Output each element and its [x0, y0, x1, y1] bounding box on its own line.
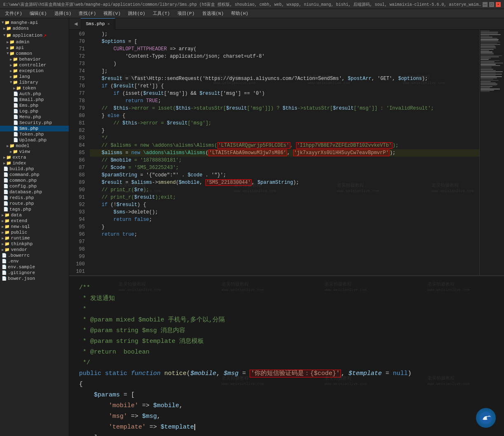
arrow-icon: ▶	[2, 225, 4, 229]
sidebar-item-bower-json[interactable]: 📄 bower.json	[0, 276, 69, 281]
minimap-line	[481, 66, 492, 67]
sidebar-item-common-php[interactable]: 📄 common.php	[0, 178, 69, 183]
code-editor-top[interactable]: 老吴拍摄教程www.weixianlive.com 老吴拍摄教程www.weix…	[69, 30, 504, 275]
sidebar-item-admin[interactable]: ▶ 📁 admin	[0, 39, 69, 45]
folder-icon: 📁	[5, 218, 9, 223]
php-file-icon: 📄	[3, 195, 8, 200]
sidebar-toggle-button[interactable]: ◀	[71, 19, 81, 29]
arrow-icon: ▶	[2, 230, 4, 235]
sidebar-item-runtime[interactable]: ▶ 📁 runtime	[0, 235, 69, 241]
sidebar-item-ems[interactable]: 📄 Ems.php	[0, 103, 69, 108]
sidebar-item-build[interactable]: 📄 build.php	[0, 166, 69, 172]
menu-edit[interactable]: 编辑(E)	[26, 9, 50, 17]
sidebar-label: addons	[12, 26, 29, 31]
sidebar-item-bowerrc[interactable]: 📄 .bowerrc	[0, 253, 69, 258]
sidebar-label: redis.php	[9, 195, 34, 200]
sidebar-item-env[interactable]: 📄 .env	[0, 258, 69, 264]
php-file-icon: 📄	[13, 109, 18, 114]
minimap-line	[481, 82, 496, 83]
close-button[interactable]: ×	[496, 2, 501, 7]
sidebar-item-library[interactable]: ▼ 📁 library	[0, 80, 69, 85]
editor-split: 老吴拍摄教程www.weixianlive.com 老吴拍摄教程www.weix…	[69, 30, 504, 436]
sidebar-item-model[interactable]: ▶ 📁 model	[0, 143, 69, 149]
menu-goto[interactable]: 跳转(O)	[125, 9, 149, 17]
sidebar-item-gitignore[interactable]: 📄 .gitignore	[0, 270, 69, 276]
arrow-icon: ▶	[2, 219, 4, 223]
sidebar-item-controller[interactable]: ▶ 📁 controller	[0, 62, 69, 68]
menu-project[interactable]: 项目(P)	[174, 9, 198, 17]
sidebar-item-public[interactable]: ▶ 📁 public	[0, 230, 69, 235]
folder-icon: 📁	[13, 74, 18, 79]
code-line: return false;	[90, 216, 479, 223]
sidebar-item-exception[interactable]: ▶ 📁 exception	[0, 68, 69, 74]
sidebar-item-vendor[interactable]: ▶ 📁 vendor	[0, 247, 69, 253]
sidebar-item-database[interactable]: 📄 database.php	[0, 189, 69, 195]
bottom-code-content[interactable]: /** * 发送通知 * * @param mixed $mobile 手机号,…	[69, 276, 504, 436]
sidebar-item-config[interactable]: 📄 config.php	[0, 183, 69, 189]
sidebar-item-upload[interactable]: 📄 Upload.php	[0, 137, 69, 143]
php-file-icon: 📄	[13, 126, 18, 131]
minimap-line	[481, 35, 489, 36]
sidebar-item-data[interactable]: ▶ 📁 data	[0, 212, 69, 218]
code-line: // $code = 'SMS_36225243';	[90, 164, 479, 171]
minimap-line	[481, 79, 493, 80]
sidebar-item-command[interactable]: 📄 command.php	[0, 172, 69, 178]
sidebar-item-addons[interactable]: ▶ 📁 addons	[0, 26, 69, 31]
tab-label: Sms.php	[86, 21, 105, 26]
sidebar-item-token[interactable]: ▶ 📁 token	[0, 85, 69, 91]
sidebar-item-env-sample[interactable]: 📄 env.sample	[0, 264, 69, 270]
arrow-icon: ▶	[3, 161, 5, 166]
sidebar-item-email[interactable]: 📄 Email.php	[0, 97, 69, 103]
sidebar-item-token-php[interactable]: 📄 Token.php	[0, 131, 69, 137]
sidebar-item-thinkphp[interactable]: ▶ 📁 thinkphp	[0, 241, 69, 247]
sidebar-item-behavior[interactable]: ▶ 📁 behavior	[0, 56, 69, 62]
menu-file[interactable]: 文件(F)	[2, 9, 26, 17]
menu-find[interactable]: 查找(F)	[75, 9, 99, 17]
sidebar-item-new-sql[interactable]: ▶ 📁 new-sql	[0, 224, 69, 230]
sidebar-item-sms[interactable]: 📄 Sms.php	[0, 126, 69, 131]
sidebar-item-api[interactable]: ▶ 📁 api	[0, 45, 69, 51]
sidebar-item-auth[interactable]: 📄 Auth.php	[0, 91, 69, 97]
minimap-line	[481, 76, 502, 77]
minimap-line	[481, 49, 494, 50]
sidebar-item-redis[interactable]: 📄 redis.php	[0, 195, 69, 201]
sidebar-label: .gitignore	[8, 270, 35, 275]
sidebar-item-log[interactable]: 📄 Log.php	[0, 108, 69, 114]
sidebar-item-menu[interactable]: 📄 Menu.php	[0, 114, 69, 120]
bottom-panel: 老吴拍摄教程www.weixianlive.com 老吴拍摄教程www.weix…	[69, 275, 504, 436]
menu-select[interactable]: 选择(S)	[51, 9, 75, 17]
sidebar-item-extra[interactable]: ▶ 📁 extra	[0, 155, 69, 160]
arrow-icon: ▶	[7, 40, 9, 45]
php-file-icon: 📄	[3, 184, 8, 189]
sidebar-item-view[interactable]: ▶ 📁 view	[0, 149, 69, 155]
sidebar-item-tags[interactable]: 📄 tags.php	[0, 206, 69, 212]
menu-prefs[interactable]: 首选项(N)	[199, 9, 227, 17]
code-content[interactable]: ); $options = [ CURLOPT_HTTPHEADER => ar…	[86, 30, 479, 275]
minimap-line	[481, 81, 491, 82]
menu-view[interactable]: 视图(V)	[100, 9, 124, 17]
sidebar-item-security[interactable]: 📄 Security.php	[0, 120, 69, 126]
sidebar-item-route[interactable]: 📄 route.php	[0, 201, 69, 206]
sidebar[interactable]: ▼ 📁 manghe-api ▶ 📁 addons ▼ 📁 applicatio…	[0, 18, 69, 436]
menu-help[interactable]: 帮助(H)	[228, 9, 252, 17]
menu-bar: 文件(F) 编辑(E) 选择(S) 查找(F) 视图(V) 跳转(O) 工具(T…	[0, 9, 504, 18]
maximize-button[interactable]: □	[489, 2, 494, 7]
folder-icon: 📁	[5, 236, 9, 241]
php-file-icon: 📄	[3, 201, 8, 206]
minimap-line	[481, 71, 503, 72]
sidebar-item-manghe-api[interactable]: ▼ 📁 manghe-api	[0, 20, 69, 26]
sidebar-item-common[interactable]: ▼ 📁 common	[0, 51, 69, 56]
minimap-line	[481, 60, 499, 61]
minimize-button[interactable]: —	[483, 2, 488, 7]
menu-tools[interactable]: 工具(T)	[149, 9, 173, 17]
sidebar-item-index[interactable]: ▶ 📁 index	[0, 160, 69, 166]
sidebar-label: lang	[19, 74, 30, 79]
sidebar-item-lang[interactable]: ▶ 📁 lang	[0, 74, 69, 80]
arrow-icon: ▶	[10, 63, 12, 68]
sidebar-item-application[interactable]: ▼ 📁 application ↗	[0, 31, 69, 39]
sidebar-item-extend[interactable]: ▶ 📁 extend	[0, 218, 69, 224]
code-line: )	[90, 60, 479, 68]
minimap-line	[481, 55, 502, 56]
tab-close-button[interactable]: ✕	[107, 21, 110, 26]
tab-sms-php[interactable]: Sms.php ✕	[81, 18, 115, 30]
